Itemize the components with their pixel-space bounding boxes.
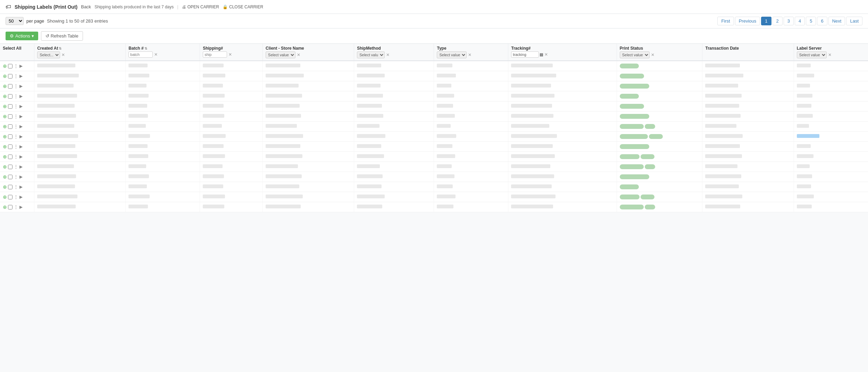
- row-expand-icon[interactable]: ▶: [19, 104, 23, 109]
- row-checkbox[interactable]: [8, 114, 12, 119]
- tracking-filter-clear[interactable]: ✕: [544, 52, 549, 57]
- row-menu-icon[interactable]: ⋮: [14, 104, 18, 109]
- row-menu-icon[interactable]: ⋮: [14, 194, 18, 200]
- shipping-filter-clear[interactable]: ✕: [228, 52, 233, 57]
- next-page-button[interactable]: Next: [828, 17, 845, 25]
- row-expand-icon[interactable]: ▶: [19, 84, 23, 89]
- row-add-icon[interactable]: ⊕: [3, 63, 7, 69]
- per-page-select[interactable]: 50 25 100: [6, 17, 24, 25]
- row-checkbox[interactable]: [8, 134, 12, 139]
- row-menu-icon[interactable]: ⋮: [14, 184, 18, 190]
- printstatus-filter-select[interactable]: Select value: [620, 51, 650, 58]
- row-menu-icon[interactable]: ⋮: [14, 93, 18, 99]
- row-add-icon[interactable]: ⊕: [3, 104, 7, 109]
- row-checkbox[interactable]: [8, 155, 12, 159]
- row-checkbox[interactable]: [8, 104, 12, 109]
- row-add-icon[interactable]: ⊕: [3, 154, 7, 159]
- close-carrier-button[interactable]: 🔒 CLOSE CARRIER: [223, 5, 263, 9]
- page-2-button[interactable]: 2: [773, 17, 783, 25]
- page-4-button[interactable]: 4: [795, 17, 805, 25]
- created-sort-icon[interactable]: ⇅: [59, 47, 61, 50]
- client-store-cell: [263, 81, 354, 91]
- row-add-icon[interactable]: ⊕: [3, 124, 7, 129]
- labelserver-filter-select[interactable]: Select value: [797, 51, 827, 58]
- row-checkbox[interactable]: [8, 144, 12, 149]
- row-expand-icon[interactable]: ▶: [19, 134, 23, 139]
- row-expand-icon[interactable]: ▶: [19, 64, 23, 68]
- actions-button[interactable]: ⚙ Actions ▾: [6, 32, 38, 40]
- back-button[interactable]: Back: [81, 4, 91, 9]
- row-checkbox[interactable]: [8, 84, 12, 89]
- client-filter-clear[interactable]: ✕: [296, 52, 301, 57]
- tracking-filter-input[interactable]: [511, 51, 539, 58]
- row-add-icon[interactable]: ⊕: [3, 204, 7, 210]
- row-add-icon[interactable]: ⊕: [3, 114, 7, 119]
- first-page-button[interactable]: First: [717, 17, 734, 25]
- row-add-icon[interactable]: ⊕: [3, 93, 7, 99]
- row-checkbox[interactable]: [8, 185, 12, 189]
- row-checkbox[interactable]: [8, 195, 12, 199]
- row-checkbox[interactable]: [8, 205, 12, 209]
- row-checkbox[interactable]: [8, 94, 12, 99]
- batch-filter-clear[interactable]: ✕: [153, 52, 158, 57]
- row-menu-icon[interactable]: ⋮: [14, 124, 18, 129]
- page-3-button[interactable]: 3: [784, 17, 794, 25]
- row-menu-icon[interactable]: ⋮: [14, 204, 18, 210]
- row-menu-icon[interactable]: ⋮: [14, 134, 18, 139]
- row-menu-icon[interactable]: ⋮: [14, 154, 18, 159]
- shipmethod-filter-select[interactable]: Select valu: [357, 51, 385, 58]
- refresh-table-button[interactable]: ↺ Refresh Table: [41, 31, 83, 41]
- row-add-icon[interactable]: ⊕: [3, 164, 7, 170]
- row-menu-icon[interactable]: ⋮: [14, 73, 18, 79]
- row-add-icon[interactable]: ⊕: [3, 73, 7, 79]
- batch-filter-input[interactable]: [128, 51, 153, 58]
- row-checkbox[interactable]: [8, 64, 12, 68]
- row-expand-icon[interactable]: ▶: [19, 154, 23, 159]
- row-menu-icon[interactable]: ⋮: [14, 174, 18, 180]
- client-filter-select[interactable]: Select value: [266, 51, 295, 58]
- row-menu-icon[interactable]: ⋮: [14, 144, 18, 149]
- created-filter-select[interactable]: Select...: [37, 51, 60, 58]
- row-menu-icon[interactable]: ⋮: [14, 63, 18, 69]
- row-expand-icon[interactable]: ▶: [19, 124, 23, 129]
- shipmethod-filter-clear[interactable]: ✕: [385, 52, 390, 57]
- row-checkbox[interactable]: [8, 175, 12, 179]
- row-add-icon[interactable]: ⊕: [3, 144, 7, 149]
- row-checkbox[interactable]: [8, 124, 12, 129]
- table-row: ⊕ ⋮ ▶: [0, 91, 868, 101]
- type-filter-clear[interactable]: ✕: [467, 52, 472, 57]
- table-row: ⊕ ⋮ ▶: [0, 152, 868, 162]
- labelserver-filter-clear[interactable]: ✕: [827, 52, 832, 57]
- shipping-filter-input[interactable]: [203, 51, 227, 58]
- row-checkbox[interactable]: [8, 74, 12, 78]
- page-6-button[interactable]: 6: [817, 17, 827, 25]
- row-menu-icon[interactable]: ⋮: [14, 83, 18, 89]
- row-add-icon[interactable]: ⊕: [3, 194, 7, 200]
- row-expand-icon[interactable]: ▶: [19, 184, 23, 189]
- row-add-icon[interactable]: ⊕: [3, 134, 7, 139]
- row-add-icon[interactable]: ⊕: [3, 184, 7, 190]
- open-carrier-button[interactable]: 🖨 OPEN CARRIER: [182, 5, 219, 9]
- row-checkbox[interactable]: [8, 165, 12, 169]
- type-filter-select[interactable]: Select value: [437, 51, 467, 58]
- row-expand-icon[interactable]: ▶: [19, 114, 23, 119]
- row-expand-icon[interactable]: ▶: [19, 164, 23, 169]
- transaction-date-cell: [702, 122, 794, 132]
- last-page-button[interactable]: Last: [846, 17, 862, 25]
- row-expand-icon[interactable]: ▶: [19, 144, 23, 149]
- page-5-button[interactable]: 5: [806, 17, 816, 25]
- row-expand-icon[interactable]: ▶: [19, 195, 23, 199]
- batch-sort-icon[interactable]: ⇅: [144, 47, 147, 50]
- row-expand-icon[interactable]: ▶: [19, 74, 23, 78]
- row-add-icon[interactable]: ⊕: [3, 83, 7, 89]
- page-1-button[interactable]: 1: [761, 17, 771, 25]
- previous-page-button[interactable]: Previous: [735, 17, 760, 25]
- row-expand-icon[interactable]: ▶: [19, 94, 23, 99]
- row-menu-icon[interactable]: ⋮: [14, 164, 18, 170]
- row-expand-icon[interactable]: ▶: [19, 205, 23, 209]
- row-expand-icon[interactable]: ▶: [19, 174, 23, 179]
- row-add-icon[interactable]: ⊕: [3, 174, 7, 180]
- printstatus-filter-clear[interactable]: ✕: [650, 52, 655, 57]
- created-filter-clear[interactable]: ✕: [61, 52, 66, 57]
- row-menu-icon[interactable]: ⋮: [14, 114, 18, 119]
